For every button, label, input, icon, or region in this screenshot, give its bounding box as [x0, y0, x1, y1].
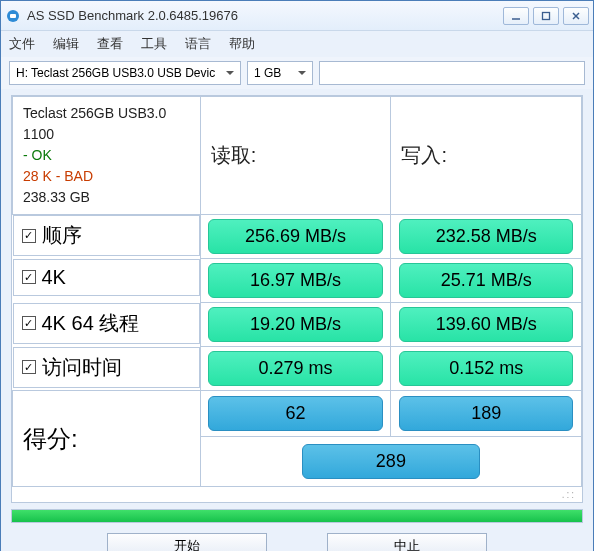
- row-access: ✓访问时间 0.279 ms 0.152 ms: [13, 347, 582, 391]
- score-read: 62: [208, 396, 382, 431]
- start-button[interactable]: 开始: [107, 533, 267, 551]
- app-icon: [5, 8, 21, 24]
- menu-edit[interactable]: 编辑: [53, 35, 79, 53]
- menubar: 文件 编辑 查看 工具 语言 帮助: [1, 31, 593, 57]
- size-select-value: 1 GB: [254, 66, 281, 80]
- svg-rect-3: [543, 12, 550, 19]
- close-button[interactable]: [563, 7, 589, 25]
- titlebar: AS SSD Benchmark 2.0.6485.19676: [1, 1, 593, 31]
- label-seq: 顺序: [42, 222, 82, 249]
- checkbox-access[interactable]: ✓: [22, 360, 36, 374]
- checkbox-seq[interactable]: ✓: [22, 229, 36, 243]
- size-select[interactable]: 1 GB: [247, 61, 313, 85]
- results-panel: Teclast 256GB USB3.0 1100 - OK 28 K - BA…: [11, 95, 583, 503]
- filter-input[interactable]: [319, 61, 585, 85]
- row-4k-64: ✓4K 64 线程 19.20 MB/s 139.60 MB/s: [13, 303, 582, 347]
- checkbox-4k[interactable]: ✓: [22, 270, 36, 284]
- progress-bar: [11, 509, 583, 523]
- device-status-ok: - OK: [23, 145, 190, 166]
- header-read: 读取:: [200, 97, 391, 215]
- k4-read-value: 16.97 MB/s: [208, 263, 382, 298]
- resize-grip[interactable]: .::: [12, 487, 582, 502]
- header-write: 写入:: [391, 97, 582, 215]
- window-controls: [503, 7, 589, 25]
- label-4k: 4K: [42, 266, 66, 289]
- device-align-bad: 28 K - BAD: [23, 166, 190, 187]
- device-capacity: 238.33 GB: [23, 187, 190, 208]
- seq-read-value: 256.69 MB/s: [208, 219, 382, 254]
- abort-button[interactable]: 中止: [327, 533, 487, 551]
- device-model: 1100: [23, 124, 190, 145]
- progress-fill: [12, 510, 582, 522]
- menu-file[interactable]: 文件: [9, 35, 35, 53]
- access-read-value: 0.279 ms: [208, 351, 382, 386]
- row-4k: ✓4K 16.97 MB/s 25.71 MB/s: [13, 259, 582, 303]
- device-name: Teclast 256GB USB3.0: [23, 103, 190, 124]
- access-write-value: 0.152 ms: [399, 351, 573, 386]
- score-label: 得分:: [13, 391, 201, 487]
- seq-write-value: 232.58 MB/s: [399, 219, 573, 254]
- row-seq: ✓顺序 256.69 MB/s 232.58 MB/s: [13, 215, 582, 259]
- k4-write-value: 25.71 MB/s: [399, 263, 573, 298]
- results-table: Teclast 256GB USB3.0 1100 - OK 28 K - BA…: [12, 96, 582, 487]
- window-title: AS SSD Benchmark 2.0.6485.19676: [27, 8, 503, 23]
- device-info-cell: Teclast 256GB USB3.0 1100 - OK 28 K - BA…: [13, 97, 201, 215]
- menu-language[interactable]: 语言: [185, 35, 211, 53]
- k4-64-read-value: 19.20 MB/s: [208, 307, 382, 342]
- svg-rect-1: [10, 14, 16, 18]
- menu-tools[interactable]: 工具: [141, 35, 167, 53]
- menu-view[interactable]: 查看: [97, 35, 123, 53]
- device-select[interactable]: H: Teclast 256GB USB3.0 USB Devic: [9, 61, 241, 85]
- row-score: 得分: 62 189: [13, 391, 582, 437]
- score-write: 189: [399, 396, 573, 431]
- checkbox-4k64[interactable]: ✓: [22, 316, 36, 330]
- label-4k64: 4K 64 线程: [42, 310, 140, 337]
- maximize-button[interactable]: [533, 7, 559, 25]
- device-select-value: H: Teclast 256GB USB3.0 USB Devic: [16, 66, 215, 80]
- k4-64-write-value: 139.60 MB/s: [399, 307, 573, 342]
- minimize-button[interactable]: [503, 7, 529, 25]
- toolbar: H: Teclast 256GB USB3.0 USB Devic 1 GB: [1, 57, 593, 89]
- button-row: 开始 中止: [1, 527, 593, 551]
- menu-help[interactable]: 帮助: [229, 35, 255, 53]
- label-access: 访问时间: [42, 354, 122, 381]
- score-total: 289: [302, 444, 481, 479]
- app-window: AS SSD Benchmark 2.0.6485.19676 文件 编辑 查看…: [0, 0, 594, 551]
